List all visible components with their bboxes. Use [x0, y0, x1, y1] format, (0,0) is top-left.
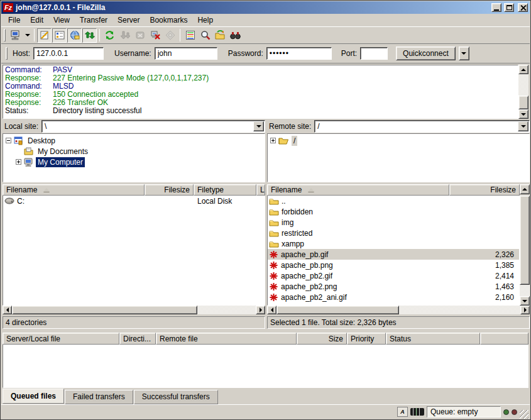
- column-header-serverlocal[interactable]: Server/Local file: [3, 333, 119, 345]
- file-row[interactable]: ..: [268, 196, 519, 206]
- file-row[interactable]: apache_pb2_ani.gif 2,160: [268, 292, 519, 302]
- toggle-local-tree-button[interactable]: [52, 28, 67, 43]
- file-row[interactable]: apache_pb.png 1,385: [268, 260, 519, 270]
- expand-icon[interactable]: [16, 159, 21, 165]
- remote-file-list[interactable]: .. forbidden img restricted: [267, 196, 520, 306]
- menu-bookmarks[interactable]: Bookmarks: [145, 14, 192, 26]
- local-file-list[interactable]: C: Local Disk: [3, 196, 265, 306]
- close-button[interactable]: [518, 3, 528, 12]
- remote-tree[interactable]: /: [267, 133, 530, 182]
- menu-file[interactable]: File: [3, 14, 25, 26]
- column-header-filename[interactable]: Filename: [267, 184, 449, 196]
- scroll-track[interactable]: [197, 306, 256, 314]
- directory-comparison-button[interactable]: [183, 28, 197, 43]
- remote-vscrollbar[interactable]: [520, 196, 530, 306]
- file-row[interactable]: img: [268, 217, 519, 228]
- site-manager-dropdown[interactable]: [23, 28, 31, 43]
- scroll-right-button[interactable]: [256, 306, 265, 314]
- tab-queued-files[interactable]: Queued files: [3, 389, 64, 404]
- scroll-down-button[interactable]: [518, 109, 528, 119]
- tab-successful-transfers[interactable]: Successful transfers: [134, 390, 218, 404]
- toggle-remote-tree-button[interactable]: [67, 28, 82, 43]
- password-input[interactable]: [266, 47, 332, 60]
- file-row-selected[interactable]: apache_pb.gif 2,326: [268, 249, 519, 260]
- file-row[interactable]: xampp: [268, 238, 519, 249]
- local-site-combobox[interactable]: \: [41, 120, 265, 133]
- column-header-direction[interactable]: Directi...: [119, 333, 156, 345]
- disconnect-button[interactable]: [148, 28, 162, 43]
- log-scrollbar[interactable]: [518, 65, 528, 119]
- title-bar[interactable]: Fz john@127.0.0.1 - FileZilla: [1, 1, 530, 14]
- message-log[interactable]: Command:PASV Response:227 Entering Passi…: [3, 65, 518, 119]
- scroll-up-button[interactable]: [520, 184, 530, 194]
- remote-site-combobox[interactable]: /: [314, 120, 530, 133]
- tree-item-desktop[interactable]: Desktop: [3, 135, 265, 146]
- tree-item-my-computer[interactable]: My Computer: [3, 157, 265, 167]
- menu-server[interactable]: Server: [112, 14, 145, 26]
- column-header-filename[interactable]: Filename: [3, 184, 145, 196]
- tree-item-my-documents[interactable]: My Documents: [3, 146, 265, 157]
- find-files-button[interactable]: [228, 28, 243, 43]
- cancel-button[interactable]: [133, 28, 147, 43]
- expand-icon[interactable]: [270, 138, 276, 143]
- process-queue-button[interactable]: [118, 28, 132, 43]
- menu-transfer[interactable]: Transfer: [75, 14, 112, 26]
- toggle-transfer-queue-button[interactable]: [82, 28, 97, 43]
- port-input[interactable]: [360, 47, 388, 60]
- column-header-filetype[interactable]: Filetype: [194, 184, 256, 196]
- refresh-button[interactable]: [102, 28, 117, 43]
- file-row[interactable]: apache_pb2.png 1,463: [268, 281, 519, 292]
- column-header-filesize[interactable]: Filesize: [449, 184, 520, 196]
- file-row[interactable]: apache_pb2.gif 2,414: [268, 270, 519, 281]
- speedlimit-indicator-icon[interactable]: [410, 408, 424, 416]
- file-row[interactable]: restricted: [268, 228, 519, 238]
- remote-site-dropdown[interactable]: [518, 121, 528, 131]
- filter-button[interactable]: [198, 28, 212, 43]
- menu-edit[interactable]: Edit: [25, 14, 48, 26]
- reconnect-button[interactable]: [163, 28, 177, 43]
- username-input[interactable]: [155, 47, 217, 60]
- local-tree[interactable]: Desktop My Documents My Computer: [3, 133, 265, 182]
- scroll-thumb[interactable]: [518, 96, 528, 109]
- scroll-thumb[interactable]: [520, 196, 530, 285]
- toolbar-grip[interactable]: [4, 29, 6, 41]
- quickconnect-button[interactable]: Quickconnect: [396, 47, 456, 60]
- scroll-up-button[interactable]: [518, 65, 528, 74]
- scroll-right-button[interactable]: [520, 306, 530, 314]
- column-header-filesize[interactable]: Filesize: [145, 184, 194, 196]
- scroll-left-button[interactable]: [3, 306, 12, 314]
- synchronized-browsing-button[interactable]: [213, 28, 227, 43]
- transfer-queue-list[interactable]: [3, 345, 528, 388]
- site-manager-button[interactable]: [8, 28, 23, 43]
- file-row[interactable]: forbidden: [268, 206, 519, 217]
- menu-view[interactable]: View: [48, 14, 75, 26]
- scroll-track[interactable]: [518, 74, 528, 96]
- resize-grip[interactable]: [520, 410, 528, 419]
- column-header-status[interactable]: Status: [386, 333, 480, 345]
- local-hscrollbar[interactable]: [3, 306, 265, 314]
- datatype-indicator-icon[interactable]: A: [397, 407, 408, 417]
- local-site-dropdown[interactable]: [253, 121, 264, 131]
- scroll-left-button[interactable]: [267, 306, 276, 314]
- host-input[interactable]: [33, 47, 104, 60]
- scroll-thumb[interactable]: [12, 306, 197, 314]
- quickconnect-dropdown[interactable]: [459, 47, 469, 60]
- tab-failed-transfers[interactable]: Failed transfers: [65, 390, 133, 404]
- remote-hscrollbar[interactable]: [267, 306, 530, 314]
- column-header-priority[interactable]: Priority: [347, 333, 386, 345]
- menu-help[interactable]: Help: [192, 14, 218, 26]
- scroll-thumb[interactable]: [276, 306, 399, 314]
- column-header-remotefile[interactable]: Remote file: [156, 333, 297, 345]
- quickbar-grip[interactable]: [6, 47, 8, 60]
- tree-item-root[interactable]: /: [268, 135, 529, 146]
- minimize-button[interactable]: [491, 3, 501, 12]
- column-header-size[interactable]: Size: [297, 333, 347, 345]
- file-row-c-drive[interactable]: C: Local Disk: [3, 196, 265, 206]
- scroll-track[interactable]: [399, 306, 520, 314]
- scroll-track[interactable]: [520, 285, 530, 296]
- toggle-message-log-button[interactable]: [37, 28, 52, 43]
- column-header-lastmodified[interactable]: L: [256, 184, 265, 196]
- maximize-button[interactable]: [504, 3, 514, 12]
- collapse-icon[interactable]: [6, 138, 11, 143]
- scroll-down-button[interactable]: [520, 296, 530, 306]
